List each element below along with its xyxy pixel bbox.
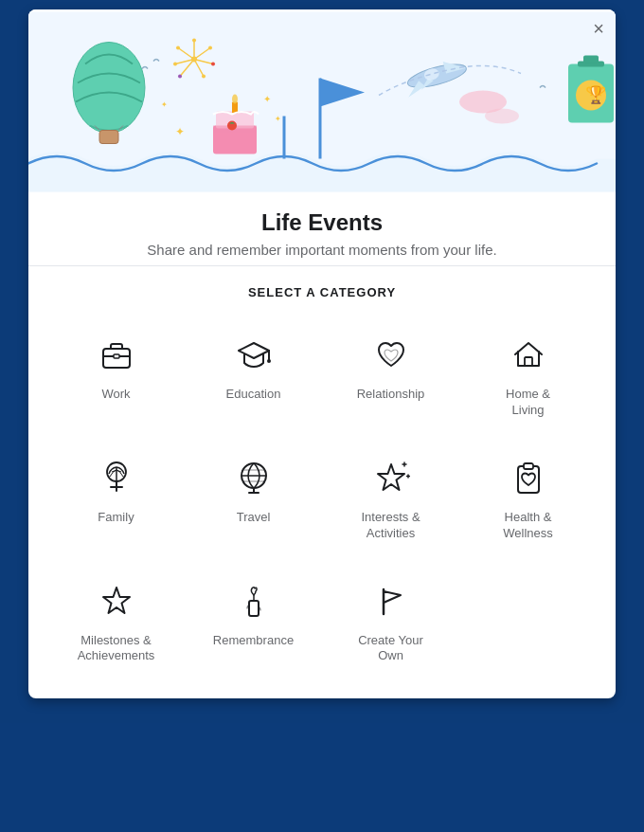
briefcase-icon [92,330,141,379]
home-living-label: Home &Living [506,387,550,419]
category-work[interactable]: Work [51,318,181,430]
create-own-label: Create YourOwn [358,633,423,665]
category-relationship[interactable]: Relationship [326,318,456,430]
category-remembrance[interactable]: Remembrance [188,565,318,677]
star-sparkle-icon [367,453,416,502]
svg-text:🏆: 🏆 [585,84,607,105]
svg-point-18 [178,75,182,79]
milestones-label: Milestones &Achievements [78,633,155,665]
interests-activities-label: Interests &Activities [361,510,420,542]
category-health-wellness[interactable]: Health &Wellness [463,442,593,553]
section-heading: SELECT A CATEGORY [51,285,593,299]
category-education[interactable]: Education [188,318,318,430]
clipboard-heart-icon [504,453,553,502]
life-events-modal: × [28,9,616,698]
svg-text:✦: ✦ [161,100,168,109]
svg-marker-49 [239,343,269,358]
svg-point-40 [485,109,519,124]
modal-subtitle: Share and remember important moments fro… [51,242,593,258]
category-family[interactable]: Family [51,442,181,553]
category-milestones[interactable]: Milestones &Achievements [51,565,181,677]
svg-point-51 [267,359,271,363]
svg-point-17 [202,75,206,79]
family-label: Family [98,510,134,526]
category-create-own[interactable]: Create YourOwn [326,565,456,677]
graduation-icon [229,330,278,379]
svg-point-15 [208,46,212,50]
education-label: Education [226,387,281,403]
svg-rect-68 [249,601,259,616]
category-grid: Work Education [51,318,593,676]
title-section: Life Events Share and remember important… [28,194,616,266]
health-wellness-label: Health &Wellness [503,510,553,542]
svg-rect-48 [114,354,119,358]
category-interests-activities[interactable]: Interests &Activities [326,442,456,553]
star-icon [92,576,141,625]
svg-rect-67 [524,463,533,469]
svg-point-19 [173,63,177,66]
travel-label: Travel [237,510,271,526]
category-home-living[interactable]: Home &Living [463,318,593,430]
modal-title: Life Events [51,209,593,236]
flag-icon [367,576,416,625]
svg-point-14 [192,39,196,43]
svg-rect-66 [518,466,539,493]
svg-text:✦: ✦ [263,94,271,104]
modal-overlay: × [0,0,644,832]
svg-text:✦: ✦ [175,125,185,138]
remembrance-label: Remembrance [213,633,294,649]
svg-point-26 [232,95,238,104]
category-section: SELECT A CATEGORY Work [28,266,616,698]
svg-rect-3 [99,131,118,144]
hero-section: ✦ ✦ ✦ ✦ [28,9,616,194]
close-button[interactable]: × [593,19,604,38]
home-icon [504,330,553,379]
svg-point-20 [176,46,180,50]
category-travel[interactable]: Travel [188,442,318,553]
relationship-label: Relationship [357,387,425,403]
svg-text:✦: ✦ [275,115,281,123]
svg-rect-52 [525,357,532,366]
globe-icon [229,453,278,502]
work-label: Work [101,387,130,403]
heart-icon [367,330,416,379]
tree-icon [92,453,141,502]
svg-rect-45 [583,56,599,63]
svg-point-16 [211,63,215,66]
candle-icon [229,576,278,625]
